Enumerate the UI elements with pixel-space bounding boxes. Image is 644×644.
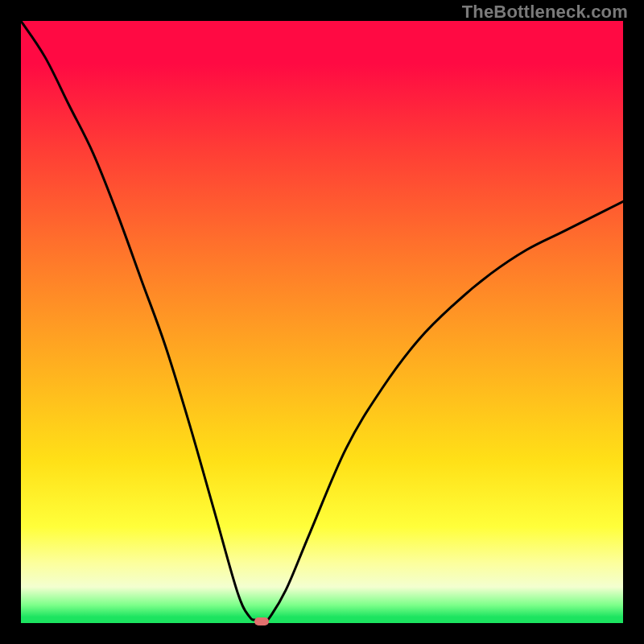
plot-area [21, 21, 623, 623]
chart-frame: TheBottleneck.com [0, 0, 644, 644]
watermark-text: TheBottleneck.com [462, 2, 628, 23]
bottleneck-curve [21, 21, 623, 623]
optimum-marker [254, 617, 269, 625]
